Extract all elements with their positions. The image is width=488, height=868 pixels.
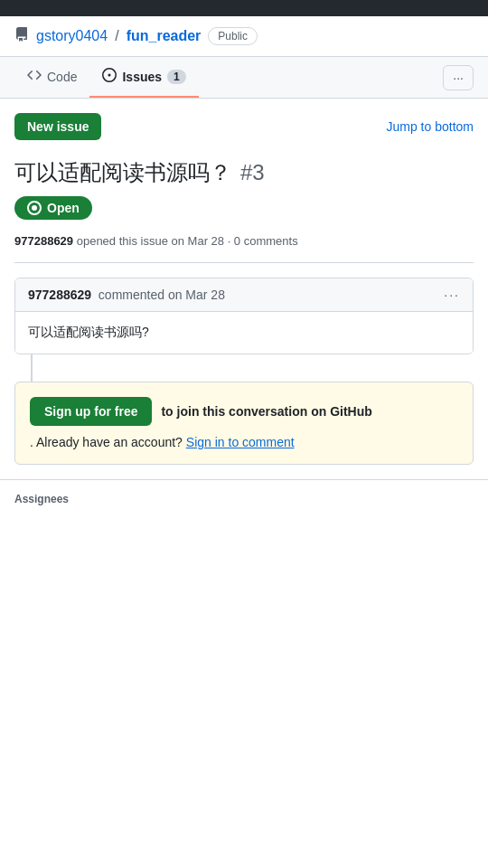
- issues-count-badge: 1: [167, 70, 186, 84]
- tab-code[interactable]: Code: [14, 57, 89, 98]
- comment-body: 可以适配阅读书源吗?: [15, 312, 473, 354]
- open-status-badge: Open: [14, 196, 92, 220]
- issue-title-row: 可以适配阅读书源吗？ #3: [14, 158, 474, 187]
- assignees-section: Assignees: [0, 479, 488, 516]
- already-text: . Already have an account?: [30, 435, 183, 449]
- open-badge-label: Open: [47, 201, 80, 215]
- repo-header: gstory0404 / fun_reader Public: [0, 16, 488, 57]
- signup-note: . Already have an account? Sign in to co…: [30, 435, 458, 449]
- comment-more-button[interactable]: ···: [444, 288, 460, 302]
- issue-meta: 977288629 opened this issue on Mar 28 · …: [0, 231, 488, 262]
- public-badge: Public: [208, 27, 258, 45]
- issue-author: 977288629: [14, 234, 73, 248]
- repo-icon: [14, 27, 29, 45]
- issue-opened-text: opened this issue on Mar 28 · 0 comments: [77, 234, 298, 248]
- signup-row: Sign up for free to join this conversati…: [30, 397, 458, 426]
- comment-date: commented on Mar 28: [95, 288, 225, 302]
- tab-issues-label: Issues: [122, 70, 162, 84]
- issues-icon: [102, 68, 117, 85]
- repo-name-link[interactable]: fun_reader: [127, 28, 202, 44]
- sign-in-link[interactable]: Sign in to comment: [186, 435, 295, 449]
- nav-tabs: Code Issues 1 ···: [0, 57, 488, 99]
- repo-separator: /: [115, 28, 118, 44]
- new-issue-button[interactable]: New issue: [14, 113, 101, 140]
- code-icon: [27, 68, 42, 85]
- signup-button[interactable]: Sign up for free: [30, 397, 152, 426]
- top-bar: [0, 0, 488, 16]
- comment-author-name[interactable]: 977288629: [28, 288, 91, 302]
- issue-title-section: 可以适配阅读书源吗？ #3 Open: [0, 147, 488, 231]
- signup-box: Sign up for free to join this conversati…: [14, 382, 474, 465]
- assignees-label: Assignees: [14, 493, 69, 505]
- issue-number: #3: [240, 160, 265, 185]
- repo-owner-link[interactable]: gstory0404: [36, 28, 108, 44]
- tab-code-label: Code: [47, 70, 77, 84]
- tab-issues[interactable]: Issues 1: [89, 57, 198, 98]
- comment-header: 977288629 commented on Mar 28 ···: [15, 278, 473, 312]
- comment-card: 977288629 commented on Mar 28 ··· 可以适配阅读…: [14, 278, 474, 354]
- divider-top: [14, 262, 474, 263]
- issue-title: 可以适配阅读书源吗？: [14, 158, 231, 187]
- comment-author-info: 977288629 commented on Mar 28: [28, 288, 225, 302]
- jump-to-bottom-link[interactable]: Jump to bottom: [387, 119, 474, 134]
- nav-more-button[interactable]: ···: [443, 65, 474, 90]
- open-badge-icon: [27, 201, 42, 215]
- timeline-connector: [31, 354, 33, 382]
- issue-list-header: New issue Jump to bottom: [0, 99, 488, 147]
- join-text: to join this conversation on GitHub: [161, 404, 371, 419]
